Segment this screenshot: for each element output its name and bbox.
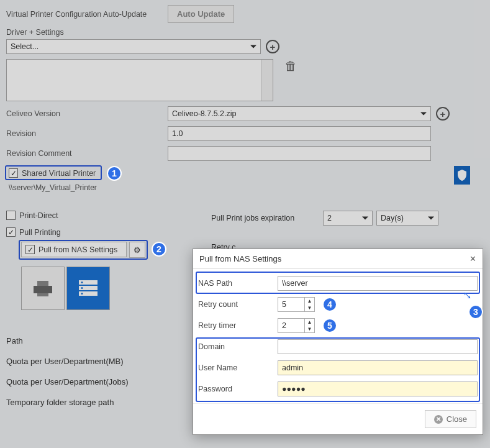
print-direct-checkbox[interactable] [6, 211, 16, 220]
nas-path-value: \\server [282, 279, 308, 288]
shield-icon[interactable] [454, 166, 470, 185]
svg-point-7 [81, 287, 83, 289]
close-icon[interactable]: ✕ [470, 254, 476, 263]
shared-printer-checkbox[interactable]: ✓ [9, 168, 18, 178]
revision-comment-label: Revision Comment [6, 149, 168, 158]
close-button[interactable]: ✕ Close [425, 410, 476, 428]
pull-from-nas-label: Pull from NAS Settings [39, 245, 117, 254]
pull-expiration-value: 2 [327, 214, 332, 222]
modal-title: Pull from NAS Settings [199, 254, 281, 263]
gear-icon[interactable]: ⚙ [129, 242, 145, 258]
revision-field[interactable]: 1.0 [168, 126, 431, 141]
close-button-label: Close [447, 414, 467, 424]
celiveo-version-value: Celiveo-8.7.5.2.zip [172, 109, 237, 118]
user-name-value: admin [282, 363, 303, 372]
close-button-icon: ✕ [434, 415, 443, 424]
pull-expiration-label: Pull Print jobs expiration [211, 214, 323, 222]
revision-comment-field[interactable] [168, 146, 431, 161]
retry-timer-value: 2 [282, 321, 286, 330]
pull-expiration-unit: Day(s) [381, 214, 404, 222]
shared-printer-path: \\server\My_Virtual_Printer [9, 183, 97, 192]
svg-rect-0 [34, 286, 52, 293]
domain-label: Domain [198, 342, 278, 351]
add-driver-icon[interactable]: + [266, 40, 279, 53]
password-value: ●●●●● [282, 385, 306, 393]
mode-printer-tile[interactable] [21, 267, 65, 310]
svg-point-6 [81, 281, 83, 283]
password-input[interactable]: ●●●●● [278, 382, 478, 396]
callout-1: 1 [107, 166, 122, 181]
nas-path-label: NAS Path [198, 279, 278, 288]
svg-point-8 [81, 293, 83, 295]
driver-listbox[interactable] [6, 59, 273, 101]
retry-timer-label: Retry timer [198, 321, 278, 330]
retry-count-label: Retry count [198, 300, 278, 309]
nas-path-input[interactable]: \\server [278, 276, 478, 291]
callout-5: 5 [322, 318, 337, 333]
retry-count-input[interactable]: 5 ▲▼ [278, 297, 315, 312]
auto-update-label: Virtual Printer Configuration Auto-Updat… [6, 10, 168, 19]
nas-settings-modal: Pull from NAS Settings ✕ NAS Path \\serv… [193, 249, 483, 435]
pull-expiration-value-select[interactable]: 2 [323, 211, 373, 226]
celiveo-version-label: Celiveo Version [6, 109, 168, 118]
driver-settings-label: Driver + Settings [6, 28, 168, 37]
mode-nas-tile[interactable] [66, 267, 110, 310]
callout-2: 2 [152, 242, 166, 257]
password-label: Password [198, 385, 278, 393]
pull-printing-checkbox[interactable]: ✓ [6, 227, 16, 237]
driver-select[interactable]: Select... [6, 39, 261, 54]
callout-3: 3 [468, 304, 483, 319]
auto-update-button[interactable]: Auto Update [168, 5, 234, 23]
driver-select-value: Select... [11, 42, 39, 51]
pull-printing-label: Pull Printing [19, 228, 61, 237]
revision-value: 1.0 [172, 129, 183, 138]
revision-label: Revision [6, 129, 168, 138]
pull-from-nas-checkbox[interactable]: ✓ [25, 245, 35, 254]
retry-count-value: 5 [282, 300, 286, 309]
add-version-icon[interactable]: + [436, 107, 450, 121]
domain-input[interactable] [278, 339, 478, 354]
user-name-input[interactable]: admin [278, 360, 478, 375]
svg-rect-1 [37, 281, 48, 286]
celiveo-version-select[interactable]: Celiveo-8.7.5.2.zip [168, 106, 431, 121]
user-name-label: User Name [198, 363, 278, 372]
trash-icon[interactable]: 🗑 [284, 59, 297, 73]
retry-timer-input[interactable]: 2 ▲▼ [278, 318, 315, 333]
print-direct-label: Print-Direct [19, 211, 58, 220]
callout-4: 4 [322, 297, 337, 312]
shared-printer-label: Shared Virtual Printer [22, 169, 96, 178]
svg-rect-2 [37, 293, 48, 296]
pull-expiration-unit-select[interactable]: Day(s) [376, 211, 438, 226]
